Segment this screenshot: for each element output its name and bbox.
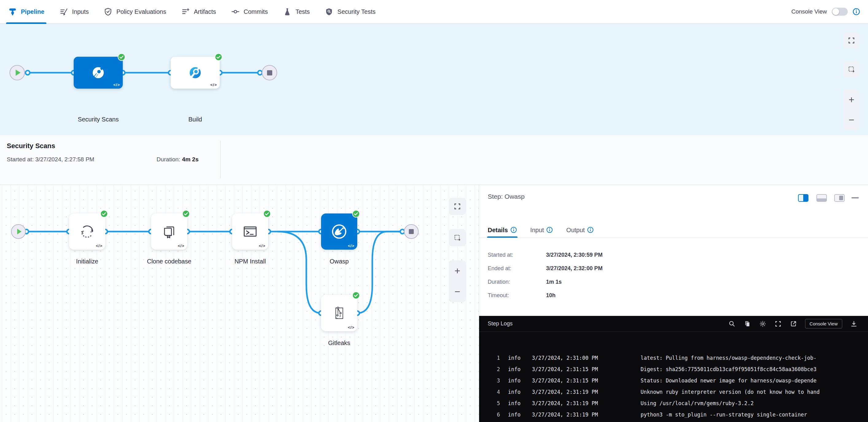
step-node-clone-codebase[interactable]: </> bbox=[151, 214, 187, 250]
initialize-refresh-icon bbox=[79, 223, 95, 240]
log-line: 6 info 3/27/2024, 2:31:19 PM python3 -m … bbox=[479, 409, 868, 420]
tab-input[interactable]: Input bbox=[530, 219, 553, 238]
codebase-icon bbox=[160, 223, 178, 240]
log-timestamp: 3/27/2024, 2:31:15 PM bbox=[532, 366, 623, 372]
zoom-out-button[interactable]: − bbox=[849, 115, 855, 125]
tab-commits[interactable]: Commits bbox=[231, 0, 268, 23]
info-icon[interactable] bbox=[546, 227, 553, 233]
pipeline-execution-page: Pipeline Inputs Policy Evaluations bbox=[0, 0, 868, 422]
log-message: latest: Pulling from harness/owasp-depen… bbox=[641, 355, 816, 361]
log-timestamp: 3/27/2024, 2:31:15 PM bbox=[532, 378, 623, 384]
info-icon[interactable] bbox=[852, 8, 860, 15]
tab-policy-evaluations[interactable]: Policy Evaluations bbox=[103, 0, 166, 23]
tab-pipeline[interactable]: Pipeline bbox=[8, 0, 44, 23]
step-label[interactable]: Clone codebase bbox=[147, 258, 191, 265]
tab-tests[interactable]: Tests bbox=[283, 0, 310, 23]
tab-label: Artifacts bbox=[194, 8, 216, 15]
detail-value: 1m 1s bbox=[546, 279, 562, 285]
search-icon[interactable] bbox=[728, 320, 736, 328]
step-start-node[interactable] bbox=[11, 224, 26, 239]
stage-label[interactable]: Security Scans bbox=[78, 116, 119, 123]
log-line-number: 6 bbox=[488, 412, 500, 418]
log-lines[interactable]: 1 info 3/27/2024, 2:31:00 PM latest: Pul… bbox=[479, 332, 868, 420]
log-line: 2 info 3/27/2024, 2:31:15 PM Digest: sha… bbox=[479, 363, 868, 375]
stage-canvas-select-button[interactable] bbox=[843, 61, 859, 77]
step-panel-tabs: Details Input Output bbox=[488, 219, 868, 238]
log-line-number: 4 bbox=[488, 389, 500, 395]
pipeline-icon bbox=[8, 7, 17, 16]
step-node-initialize[interactable]: </> bbox=[69, 214, 105, 250]
flask-icon bbox=[283, 7, 292, 16]
stage-label[interactable]: Build bbox=[188, 116, 202, 123]
tab-label: Tests bbox=[296, 8, 310, 15]
layout-fill bbox=[839, 196, 843, 200]
step-node-owasp[interactable]: </> bbox=[321, 214, 357, 250]
layout-bottom-split-button[interactable] bbox=[816, 194, 827, 202]
detail-row: Started at: 3/27/2024, 2:30:59 PM bbox=[488, 248, 602, 262]
code-marker: </> bbox=[259, 244, 266, 248]
layout-right-split-button[interactable] bbox=[798, 194, 808, 202]
tab-label: Inputs bbox=[72, 8, 89, 15]
step-graph-canvas[interactable]: </> Initialize </> Clone codebase bbox=[0, 185, 479, 422]
stage-end-node[interactable] bbox=[262, 65, 277, 80]
tab-artifacts[interactable]: Artifacts bbox=[181, 0, 216, 23]
layout-fill bbox=[803, 195, 808, 201]
success-badge-icon bbox=[352, 291, 360, 299]
stage-node-security-scans[interactable]: </> bbox=[74, 57, 123, 89]
tab-details[interactable]: Details bbox=[488, 219, 517, 238]
zoom-in-button[interactable]: + bbox=[849, 95, 855, 105]
log-message: Status: Downloaded newer image for harne… bbox=[641, 378, 816, 384]
tab-label: Input bbox=[530, 227, 544, 234]
tab-security-tests[interactable]: Security Tests bbox=[324, 0, 375, 23]
step-end-node[interactable] bbox=[404, 224, 418, 239]
step-node-gitleaks[interactable]: </> bbox=[321, 295, 357, 331]
log-message: Using /usr/local/rvm/gems/ruby-3.2.2 bbox=[641, 400, 753, 407]
tab-inputs[interactable]: Inputs bbox=[59, 0, 89, 23]
console-view-button[interactable]: Console View bbox=[805, 319, 842, 328]
log-timestamp: 3/27/2024, 2:31:19 PM bbox=[532, 400, 623, 407]
selection-icon bbox=[453, 234, 461, 242]
stage-info-bar: Security Scans Started at: 3/27/2024, 2:… bbox=[0, 135, 868, 185]
fullscreen-icon[interactable] bbox=[774, 320, 782, 328]
stage-node-build[interactable]: </> bbox=[170, 57, 220, 89]
settings-gear-icon[interactable] bbox=[759, 320, 766, 328]
zoom-in-button[interactable]: + bbox=[455, 266, 460, 276]
step-details-list: Started at: 3/27/2024, 2:30:59 PM Ended … bbox=[488, 248, 602, 302]
layout-floating-button[interactable] bbox=[834, 194, 845, 202]
stage-canvas-fullscreen-button[interactable] bbox=[843, 33, 859, 48]
step-logs-header: Step Logs bbox=[479, 316, 868, 332]
log-message: Unknown ruby interpreter version (do not… bbox=[641, 389, 819, 395]
minimize-panel-button[interactable] bbox=[851, 197, 859, 198]
terminal-icon bbox=[242, 223, 259, 240]
info-icon[interactable] bbox=[510, 227, 517, 233]
detail-row: Ended at: 3/27/2024, 2:32:00 PM bbox=[488, 262, 602, 275]
step-canvas-fullscreen-button[interactable] bbox=[449, 198, 466, 215]
step-label[interactable]: NPM Install bbox=[235, 258, 266, 265]
step-panel-title: Step: Owasp bbox=[488, 193, 525, 200]
duration-label: Duration: bbox=[157, 156, 180, 163]
step-label[interactable]: Gitleaks bbox=[328, 339, 350, 347]
stage-graph-canvas[interactable]: </> Security Scans </> Build bbox=[0, 24, 868, 135]
owasp-icon bbox=[330, 222, 348, 241]
step-canvas-select-button[interactable] bbox=[449, 229, 466, 246]
step-label[interactable]: Initialize bbox=[76, 258, 98, 265]
open-in-new-icon[interactable] bbox=[790, 320, 797, 328]
step-logs-panel: Step Logs bbox=[479, 316, 868, 422]
log-level: info bbox=[508, 366, 524, 372]
download-icon[interactable] bbox=[850, 320, 858, 328]
info-icon[interactable] bbox=[587, 227, 594, 233]
log-line: 1 info 3/27/2024, 2:31:00 PM latest: Pul… bbox=[479, 352, 868, 363]
success-badge-icon bbox=[100, 210, 108, 218]
copy-icon[interactable] bbox=[744, 320, 751, 328]
success-badge-icon bbox=[215, 53, 222, 61]
tab-output[interactable]: Output bbox=[566, 219, 594, 238]
tab-label: Commits bbox=[244, 8, 268, 15]
step-label[interactable]: Owasp bbox=[330, 258, 349, 265]
tab-label: Security Tests bbox=[337, 8, 375, 15]
stage-start-node[interactable] bbox=[9, 65, 25, 80]
code-marker: </> bbox=[96, 244, 102, 248]
log-timestamp: 3/27/2024, 2:31:00 PM bbox=[532, 355, 623, 361]
console-view-toggle[interactable] bbox=[832, 8, 848, 15]
step-node-npm-install[interactable]: </> bbox=[232, 214, 268, 250]
zoom-out-button[interactable]: − bbox=[455, 287, 460, 297]
